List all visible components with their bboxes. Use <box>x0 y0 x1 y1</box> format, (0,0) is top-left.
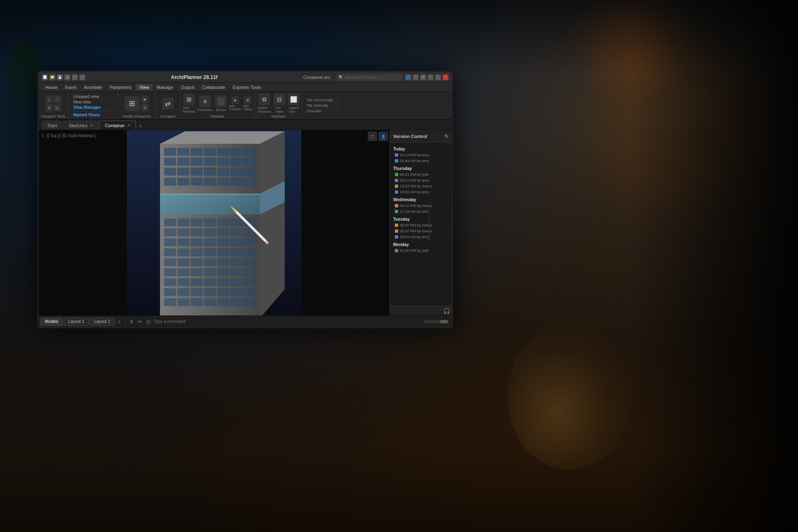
viewport-topleft-icon[interactable]: ◱ <box>54 104 61 111</box>
svg-rect-58 <box>191 249 202 256</box>
new-view-item[interactable]: New view <box>71 99 114 105</box>
svg-rect-30 <box>204 178 216 185</box>
compare-icon[interactable]: ⇄ <box>162 98 174 109</box>
cmd-x-btn[interactable]: ✕ <box>128 318 135 325</box>
svg-rect-33 <box>244 178 256 185</box>
vc-item[interactable]: 01:00 PM by josh <box>390 248 452 254</box>
viewport-view-cube[interactable]: ⬡ <box>368 132 377 141</box>
maximize-btn[interactable]: □ <box>435 74 441 80</box>
vc-item[interactable]: 10:03 AM by terry <box>390 189 452 195</box>
ribbon-group-viewport-tools: L T R ◱ Viewport Tools <box>39 92 68 119</box>
viewport-right-icon[interactable]: R <box>45 104 53 111</box>
view-manager-item[interactable]: View Manager <box>71 105 114 110</box>
menu-parametric[interactable]: Parametric <box>106 84 135 91</box>
tool-palettes-icon[interactable]: ⊞ <box>183 94 195 105</box>
close-btn[interactable]: ✕ <box>443 74 448 80</box>
vc-item[interactable]: 02:13 PM by terry <box>390 152 452 158</box>
help-icon[interactable]: ? <box>413 74 419 80</box>
svg-rect-43 <box>177 229 189 236</box>
vc-item[interactable]: 11:18 AM by josh <box>390 209 452 214</box>
join-icon[interactable]: ⊕ <box>141 96 149 103</box>
compare-label: Compare <box>160 114 175 118</box>
properties-icon[interactable]: ≡ <box>199 96 211 107</box>
vc-dot <box>395 159 398 163</box>
tab-container[interactable]: Container ✕ <box>99 121 136 130</box>
layout-tabs-icon[interactable]: ⬜ <box>288 94 299 105</box>
viewport[interactable]: [ - ][ Top ][ 3D Solid Material ] ⬡ 👤 <box>39 130 389 315</box>
print-icon[interactable]: 🖨 <box>64 74 70 80</box>
svg-rect-34 <box>160 194 260 195</box>
ribbon-group-cascade: Tile Horizontally Tile Vertically Cascad… <box>302 92 337 119</box>
scroll-bar[interactable] <box>424 320 448 323</box>
restore-icon[interactable]: ↺ <box>141 104 149 111</box>
switch-windows-icon[interactable]: ⧉ <box>259 94 270 105</box>
svg-rect-55 <box>244 239 256 246</box>
vc-item[interactable]: 08:44 AM by terry <box>390 234 452 240</box>
menu-express-tools[interactable]: Express Tools <box>229 84 264 91</box>
arc-combine-icon[interactable]: ⊕ <box>232 96 239 104</box>
tab-container-close[interactable]: ✕ <box>127 123 131 128</box>
layout-tab-layout2[interactable]: Layout 2 <box>90 318 115 326</box>
tile-vert-item[interactable]: Tile Vertically <box>305 103 335 108</box>
minimize-btn[interactable]: ─ <box>428 74 433 80</box>
vc-item[interactable]: 12:57 PM by marco <box>390 183 452 189</box>
vc-item[interactable]: 05:00 PM by marco <box>390 222 452 228</box>
monitor: 📄 📁 💾 🖨 ↩ ↪ ArchiPlanner 28.11f Containe… <box>37 71 453 328</box>
layout-tab-add[interactable]: + <box>116 318 123 325</box>
vc-item[interactable]: 04:11 PM by terry <box>390 177 452 183</box>
viewport-user-btn[interactable]: 👤 <box>379 132 388 141</box>
vc-dot <box>395 224 398 227</box>
menu-manage[interactable]: Manage <box>153 84 177 91</box>
menu-insert[interactable]: Insert <box>62 84 80 91</box>
file-table-icon[interactable]: ⊟ <box>273 94 285 105</box>
arc-library-icon[interactable]: ⊗ <box>244 96 251 104</box>
layout-tab-models[interactable]: Models <box>40 318 63 326</box>
tab-sketches-close[interactable]: ✕ <box>90 123 93 128</box>
viewport-top-icon[interactable]: T <box>54 96 61 103</box>
cmd-pencil-btn[interactable]: ✏ <box>137 318 143 325</box>
viewport-left-icon[interactable]: L <box>45 96 53 103</box>
svg-rect-12 <box>244 148 256 155</box>
refresh-icon[interactable]: ↻ <box>444 133 448 139</box>
vc-item[interactable]: 03:37 PM by marco <box>390 228 452 234</box>
menu-view[interactable]: View <box>136 84 153 91</box>
svg-rect-53 <box>217 239 229 246</box>
cmd-circle-btn[interactable]: ◎ <box>145 318 152 325</box>
vc-dot <box>395 235 398 239</box>
vc-item[interactable]: 09:44 AM by terry <box>390 158 452 164</box>
tab-add-button[interactable]: + <box>137 122 144 130</box>
tile-horiz-item[interactable]: Tile Horizontally <box>305 98 335 103</box>
tab-start[interactable]: Start <box>42 121 62 130</box>
cascade-item[interactable]: Cascade <box>305 108 335 113</box>
redo-icon[interactable]: ↪ <box>79 74 85 80</box>
menu-home[interactable]: Home <box>42 84 61 91</box>
search-bar[interactable]: 🔍 type here to search... <box>336 74 403 81</box>
folder-icon[interactable]: 📁 <box>49 74 55 80</box>
command-input[interactable] <box>153 318 423 325</box>
tab-sketches[interactable]: Sketches ✕ <box>63 121 99 130</box>
named-icon[interactable]: ⊞ <box>125 96 140 111</box>
blocks-icon[interactable]: ⬛ <box>215 96 227 107</box>
undo-icon[interactable]: ↩ <box>72 74 78 80</box>
svg-rect-14 <box>177 158 189 165</box>
named-views-item[interactable]: Named Views <box>71 112 114 118</box>
svg-rect-10 <box>217 148 229 155</box>
vc-item[interactable]: 08:21 PM by josh <box>390 172 452 177</box>
unsaved-view-item[interactable]: Unsaved view <box>71 94 114 99</box>
menu-annotate[interactable]: Annotate <box>81 84 106 91</box>
layout-tab-layout1[interactable]: Layout 1 <box>64 318 89 326</box>
save-icon[interactable]: 💾 <box>57 74 63 80</box>
filename: Container.arc <box>303 75 330 80</box>
svg-rect-16 <box>204 158 216 165</box>
menu-collaborate[interactable]: Collaborate <box>199 84 229 91</box>
vc-dot <box>395 173 398 176</box>
menu-output[interactable]: Output <box>177 84 198 91</box>
vc-dot <box>395 153 398 157</box>
svg-rect-36 <box>177 219 189 226</box>
headphone-icon[interactable]: 🎧 <box>443 308 450 314</box>
file-icon[interactable]: 📄 <box>42 74 48 80</box>
settings-icon[interactable]: ⚙ <box>420 74 426 80</box>
svg-rect-23 <box>204 168 216 175</box>
user-icon[interactable]: 👤 <box>405 74 411 80</box>
vc-item[interactable]: 02:41 PM by marco <box>390 203 452 209</box>
